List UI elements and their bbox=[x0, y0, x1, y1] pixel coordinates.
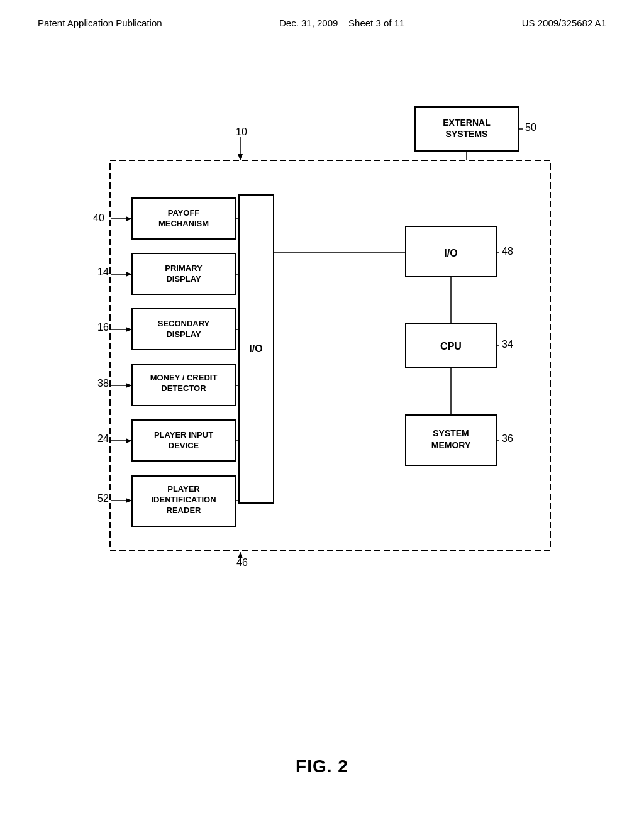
diagram-svg: 10 EXTERNAL SYSTEMS 50 I/O PAYOFF MECHAN… bbox=[50, 101, 591, 616]
header-publication-label: Patent Application Publication bbox=[38, 18, 162, 28]
player-id-label-line3: READER bbox=[167, 506, 202, 515]
label-48: 48 bbox=[502, 246, 513, 257]
header-date: Dec. 31, 2009 bbox=[279, 18, 338, 28]
svg-marker-29 bbox=[238, 552, 243, 558]
label-38: 38 bbox=[97, 378, 109, 389]
system-memory-label-line1: SYSTEM bbox=[433, 428, 469, 438]
io-center-label: I/O bbox=[249, 343, 262, 354]
external-systems-label-line1: EXTERNAL bbox=[443, 118, 491, 128]
player-id-label-line2: IDENTIFICATION bbox=[151, 495, 216, 504]
payoff-label-line2: MECHANISM bbox=[158, 219, 209, 228]
label-24: 24 bbox=[97, 433, 109, 444]
page-header: Patent Application Publication Dec. 31, … bbox=[0, 0, 644, 28]
player-input-label-line1: PLAYER INPUT bbox=[154, 430, 213, 440]
label-50: 50 bbox=[525, 122, 536, 133]
label-52: 52 bbox=[97, 493, 109, 504]
svg-marker-1 bbox=[238, 154, 243, 160]
money-credit-label-line2: DETECTOR bbox=[161, 384, 206, 393]
secondary-display-label-line1: SECONDARY bbox=[158, 319, 210, 328]
label-10: 10 bbox=[236, 126, 247, 137]
external-systems-label-line2: SYSTEMS bbox=[446, 129, 488, 139]
label-40: 40 bbox=[93, 213, 104, 223]
payoff-label-line1: PAYOFF bbox=[168, 208, 200, 218]
io-right-label: I/O bbox=[444, 248, 457, 258]
system-memory-label-line2: MEMORY bbox=[431, 440, 471, 450]
money-credit-label-line1: MONEY / CREDIT bbox=[150, 373, 218, 382]
label-16: 16 bbox=[97, 322, 109, 333]
player-input-label-line2: DEVICE bbox=[169, 441, 199, 450]
primary-display-label-line1: PRIMARY bbox=[165, 263, 203, 273]
cpu-label: CPU bbox=[440, 341, 462, 351]
header-date-sheet: Dec. 31, 2009 Sheet 3 of 11 bbox=[279, 18, 404, 28]
secondary-display-label-line2: DISPLAY bbox=[166, 329, 201, 339]
primary-display-label-line2: DISPLAY bbox=[166, 274, 201, 284]
figure-caption: FIG. 2 bbox=[0, 756, 644, 777]
label-14: 14 bbox=[97, 267, 109, 277]
header-patent-number: US 2009/325682 A1 bbox=[522, 18, 606, 28]
label-36: 36 bbox=[502, 433, 513, 444]
header-sheet: Sheet 3 of 11 bbox=[348, 18, 404, 28]
diagram-container: 10 EXTERNAL SYSTEMS 50 I/O PAYOFF MECHAN… bbox=[50, 101, 591, 616]
player-id-label-line1: PLAYER bbox=[167, 484, 200, 494]
label-34: 34 bbox=[502, 339, 513, 350]
label-46: 46 bbox=[236, 557, 248, 568]
